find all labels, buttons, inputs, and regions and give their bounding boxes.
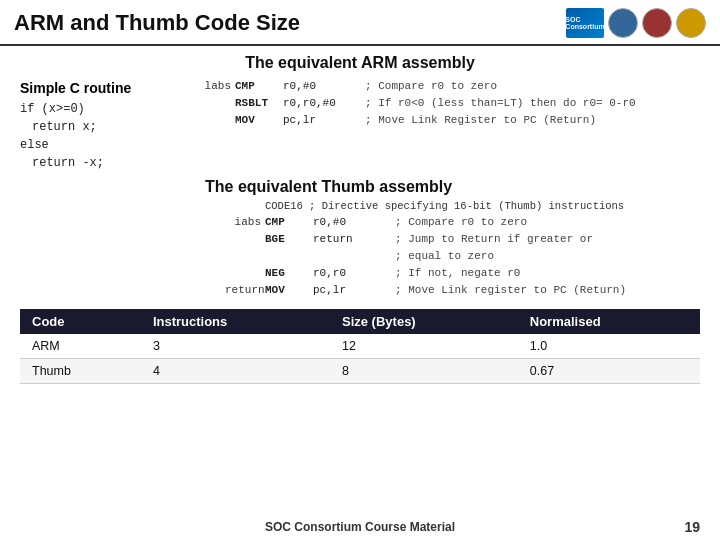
asm-row-2: RSBLT r0,r0,#0 ; If r0<0 (less than=LT) … — [195, 95, 700, 112]
thumb-row-1: iabs CMP r0,#0 ; Compare r0 to zero — [225, 214, 700, 231]
page-title: ARM and Thumb Code Size — [14, 10, 566, 36]
thumb-section-title: The equivalent Thumb assembly — [205, 178, 700, 196]
thumb-lbl-4 — [225, 265, 261, 282]
thumb-row-3: ; equal to zero — [225, 248, 700, 265]
logo-area: SOCConsortium — [566, 8, 706, 38]
footer: SOC Consortium Course Material 19 — [0, 520, 720, 534]
col-header-code: Code — [20, 309, 141, 334]
cell-norm-arm: 1.0 — [518, 334, 700, 359]
thumb-row-5: return MOV pc,lr ; Move Link register to… — [225, 282, 700, 299]
thumb-section: The equivalent Thumb assembly CODE16 ; D… — [20, 176, 700, 299]
thumb-right-panel: The equivalent Thumb assembly CODE16 ; D… — [195, 176, 700, 299]
asm-row-1: labs CMP r0,#0 ; Compare r0 to zero — [195, 78, 700, 95]
c-line-2: return x; — [20, 118, 195, 136]
thumb-lbl-1: iabs — [225, 214, 261, 231]
thumb-lbl-2 — [225, 231, 261, 248]
asm-operand-2: r0,r0,#0 — [283, 95, 361, 112]
comparison-table: Code Instructions Size (Bytes) Normalise… — [20, 309, 700, 384]
cell-instr-thumb: 4 — [141, 359, 330, 384]
col-header-size: Size (Bytes) — [330, 309, 518, 334]
cell-code-arm: ARM — [20, 334, 141, 359]
thumb-op-1: r0,#0 — [313, 214, 391, 231]
page-number: 19 — [684, 519, 700, 535]
thumb-cmt-2: ; Jump to Return if greater or — [395, 231, 593, 248]
left-panel: Simple C routine if (x>=0) return x; els… — [20, 78, 195, 172]
asm-row-3: MOV pc,lr ; Move Link Register to PC (Re… — [195, 112, 700, 129]
asm-label-3 — [195, 112, 231, 129]
page-header: ARM and Thumb Code Size SOCConsortium — [0, 0, 720, 46]
arm-section: Simple C routine if (x>=0) return x; els… — [20, 78, 700, 172]
c-line-1: if (x>=0) — [20, 100, 195, 118]
thumb-lbl-5: return — [225, 282, 261, 299]
asm-operand-1: r0,#0 — [283, 78, 361, 95]
arm-asm-rows: labs CMP r0,#0 ; Compare r0 to zero RSBL… — [195, 78, 700, 129]
thumb-mnem-4: NEG — [265, 265, 309, 282]
thumb-op-3 — [313, 248, 391, 265]
asm-comment-3: ; Move Link Register to PC (Return) — [365, 112, 596, 129]
thumb-lbl-3 — [225, 248, 261, 265]
asm-mnem-1: CMP — [235, 78, 279, 95]
asm-label-1: labs — [195, 78, 231, 95]
cell-instr-arm: 3 — [141, 334, 330, 359]
col-header-normalised: Normalised — [518, 309, 700, 334]
thumb-op-4: r0,r0 — [313, 265, 391, 282]
table-header-row: Code Instructions Size (Bytes) Normalise… — [20, 309, 700, 334]
thumb-mnem-1: CMP — [265, 214, 309, 231]
asm-label-2 — [195, 95, 231, 112]
arm-section-title: The equivalent ARM assembly — [20, 54, 700, 72]
cell-code-thumb: Thumb — [20, 359, 141, 384]
cell-size-thumb: 8 — [330, 359, 518, 384]
thumb-mnem-3 — [265, 248, 309, 265]
thumb-op-2: return — [313, 231, 391, 248]
main-content: The equivalent ARM assembly Simple C rou… — [0, 46, 720, 390]
thumb-cmt-1: ; Compare r0 to zero — [395, 214, 527, 231]
simple-c-label: Simple C routine — [20, 80, 195, 96]
asm-comment-2: ; If r0<0 (less than=LT) then do r0= 0-r… — [365, 95, 636, 112]
thumb-left-panel — [20, 176, 195, 299]
table-row: Thumb 4 8 0.67 — [20, 359, 700, 384]
thumb-mnem-5: MOV — [265, 282, 309, 299]
thumb-op-5: pc,lr — [313, 282, 391, 299]
soc-logo: SOCConsortium — [566, 8, 604, 38]
thumb-row-2: BGE return ; Jump to Return if greater o… — [225, 231, 700, 248]
logo-circle-2 — [642, 8, 672, 38]
c-code-block: if (x>=0) return x; else return -x; — [20, 100, 195, 172]
logo-circle-3 — [676, 8, 706, 38]
asm-operand-3: pc,lr — [283, 112, 361, 129]
footer-text: SOC Consortium Course Material — [265, 520, 455, 534]
c-line-4: return -x; — [20, 154, 195, 172]
arm-asm-block: labs CMP r0,#0 ; Compare r0 to zero RSBL… — [195, 78, 700, 172]
cell-size-arm: 12 — [330, 334, 518, 359]
c-line-3: else — [20, 136, 195, 154]
cell-norm-thumb: 0.67 — [518, 359, 700, 384]
col-header-instructions: Instructions — [141, 309, 330, 334]
thumb-row-4: NEG r0,r0 ; If not, negate r0 — [225, 265, 700, 282]
thumb-cmt-4: ; If not, negate r0 — [395, 265, 520, 282]
logo-circle-1 — [608, 8, 638, 38]
thumb-cmt-3: ; equal to zero — [395, 248, 494, 265]
table-row: ARM 3 12 1.0 — [20, 334, 700, 359]
thumb-cmt-5: ; Move Link register to PC (Return) — [395, 282, 626, 299]
asm-mnem-2: RSBLT — [235, 95, 279, 112]
thumb-asm-block: iabs CMP r0,#0 ; Compare r0 to zero BGE … — [205, 214, 700, 299]
asm-mnem-3: MOV — [235, 112, 279, 129]
asm-comment-1: ; Compare r0 to zero — [365, 78, 497, 95]
thumb-directive: CODE16 ; Directive specifying 16-bit (Th… — [205, 200, 700, 212]
thumb-mnem-2: BGE — [265, 231, 309, 248]
